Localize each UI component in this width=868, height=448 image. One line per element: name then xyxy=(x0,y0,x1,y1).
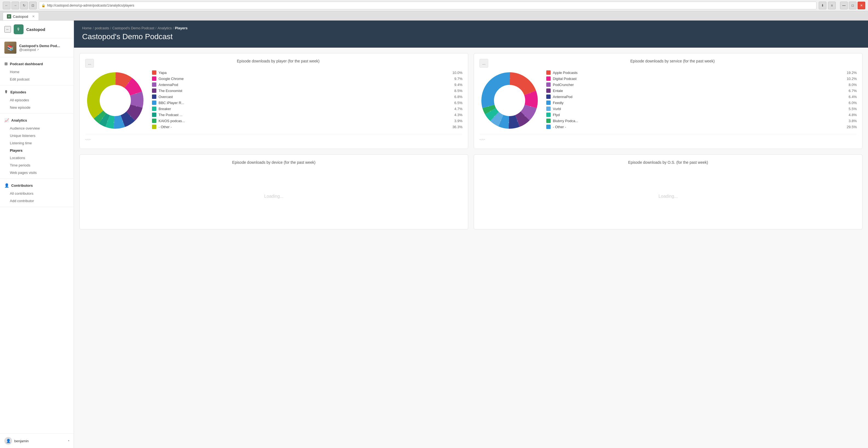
user-info: 👤 benjamin xyxy=(4,437,29,445)
handle-text: @castopod xyxy=(19,48,36,52)
svg-text:🎙: 🎙 xyxy=(8,15,10,18)
back-button[interactable]: ← xyxy=(3,2,10,9)
legend-item: AntennaPod9.4% xyxy=(152,83,463,87)
forward-button[interactable]: → xyxy=(11,2,19,9)
sidebar-header: ← 🎙 Castopod xyxy=(0,21,74,38)
legend-item: Overcast6.8% xyxy=(152,94,463,99)
legend-item: Apple Podcasts19.2% xyxy=(546,70,857,75)
breadcrumb-home[interactable]: Home xyxy=(82,26,92,30)
nav-buttons: ← → ↻ ⊡ xyxy=(3,2,37,9)
browser-chrome: ← → ↻ ⊡ 🔒 http://castopod.demo/cp-admin/… xyxy=(0,0,868,21)
sidebar-item-audience-overview[interactable]: Audience overview xyxy=(0,125,74,132)
podcast-name: Castopod's Demo Pod... xyxy=(19,44,69,48)
address-bar[interactable]: 🔒 http://castopod.demo/cp-admin/podcasts… xyxy=(39,2,816,9)
legend-label-text: Entale xyxy=(553,89,844,93)
sidebar-item-edit-podcast[interactable]: Edit podcast xyxy=(0,76,74,83)
sidebar-item-unique-listeners[interactable]: Unique listeners xyxy=(0,132,74,139)
maximize-button[interactable]: □ xyxy=(849,2,857,9)
user-chevron[interactable]: • xyxy=(68,439,69,443)
episodes-section: 🎙 Episodes All episodes New episode xyxy=(0,85,74,114)
services-chart-footer-icon: 〰 xyxy=(479,137,485,143)
active-tab[interactable]: 🎙 Castopod ✕ xyxy=(3,12,39,20)
sidebar: ← 🎙 Castopod 📚 Castopod's Demo Pod... @c… xyxy=(0,21,74,448)
tab-label: Castopod xyxy=(13,14,28,19)
legend-color-box xyxy=(546,119,551,123)
legend-color-box xyxy=(546,100,551,105)
minimize-button[interactable]: — xyxy=(840,2,848,9)
legend-item: BBC iPlayer R...6.5% xyxy=(152,100,463,105)
legend-item: - Other -29.5% xyxy=(546,125,857,129)
legend-color-box xyxy=(152,88,156,93)
services-legend: Apple Podcasts19.2%Digital Podcast10.2%P… xyxy=(546,70,857,130)
svg-text:🎙: 🎙 xyxy=(17,27,21,31)
legend-item: Google Chrome9.7% xyxy=(152,77,463,81)
menu-button[interactable]: ≡ xyxy=(828,2,836,9)
browser-actions: ⬇ ≡ xyxy=(819,2,836,9)
legend-pct-text: 8.5% xyxy=(452,89,463,93)
external-link-icon[interactable]: ↗ xyxy=(37,48,39,51)
breadcrumb-podcasts[interactable]: podcasts xyxy=(95,26,109,30)
legend-color-box xyxy=(152,119,156,123)
episodes-icon: 🎙 xyxy=(4,90,8,94)
podcast-dashboard-header: ⊞ Podcast dashboard xyxy=(0,59,74,68)
sidebar-item-all-episodes[interactable]: All episodes xyxy=(0,96,74,104)
legend-pct-text: 36.3% xyxy=(452,125,463,129)
legend-label-text: - Other - xyxy=(159,125,450,129)
breadcrumb-analytics[interactable]: Analytics xyxy=(157,26,172,30)
legend-item: The Podcast ...4.3% xyxy=(152,113,463,117)
legend-pct-text: 6.5% xyxy=(452,101,463,105)
sidebar-item-listening-time[interactable]: Listening time xyxy=(0,139,74,147)
legend-label-text: Blubrry Podca... xyxy=(553,119,844,123)
players-chart-content: Yapa10.0%Google Chrome9.7%AntennaPod9.4%… xyxy=(85,70,463,130)
legend-pct-text: 6.4% xyxy=(846,95,857,99)
players-chart-card: ... Episode downloads by player (for the… xyxy=(80,53,468,149)
sidebar-item-add-contributor[interactable]: Add contributor xyxy=(0,197,74,205)
podcast-info: 📚 Castopod's Demo Pod... @castopod ↗ xyxy=(0,38,74,57)
legend-label-text: Apple Podcasts xyxy=(553,71,844,75)
sidebar-back-button[interactable]: ← xyxy=(4,26,11,33)
window-controls: — □ ✕ xyxy=(840,2,865,9)
legend-color-box xyxy=(152,83,156,87)
main-content: Home / podcasts / Castopod's Demo Podcas… xyxy=(74,21,868,448)
breadcrumb: Home / podcasts / Castopod's Demo Podcas… xyxy=(82,26,860,30)
legend-color-box xyxy=(546,107,551,111)
legend-color-box xyxy=(152,107,156,111)
services-chart-menu-button[interactable]: ... xyxy=(479,59,488,68)
players-chart-menu-button[interactable]: ... xyxy=(85,59,94,68)
close-button[interactable]: ✕ xyxy=(858,2,865,9)
contributors-section: 👤 Contributors All contributors Add cont… xyxy=(0,179,74,207)
dashboard-label: Podcast dashboard xyxy=(10,62,43,66)
download-button[interactable]: ⬇ xyxy=(819,2,826,9)
breadcrumb-podcast-name[interactable]: Castopod's Demo Podcast xyxy=(112,26,154,30)
legend-pct-text: 9.7% xyxy=(452,77,463,81)
tab-close-icon[interactable]: ✕ xyxy=(32,14,35,18)
legend-label-text: KAIOS podcas... xyxy=(159,119,450,123)
sidebar-item-time-periods[interactable]: Time periods xyxy=(0,161,74,169)
legend-pct-text: 3.9% xyxy=(452,119,463,123)
tab-bar: 🎙 Castopod ✕ xyxy=(0,11,868,20)
app-container: ← 🎙 Castopod 📚 Castopod's Demo Pod... @c… xyxy=(0,21,868,448)
legend-color-box xyxy=(152,70,156,75)
sidebar-item-web-pages-visits[interactable]: Web pages visits xyxy=(0,169,74,176)
legend-pct-text: 29.5% xyxy=(846,125,857,129)
legend-pct-text: 10.0% xyxy=(452,71,463,75)
contributors-label: Contributors xyxy=(11,183,33,187)
legend-color-box xyxy=(152,125,156,129)
sidebar-item-locations[interactable]: Locations xyxy=(0,154,74,161)
sidebar-footer: 👤 benjamin • xyxy=(0,434,74,448)
legend-label-text: - Other - xyxy=(553,125,844,129)
legend-color-box xyxy=(152,100,156,105)
user-name: benjamin xyxy=(14,439,29,443)
legend-item: Feedly6.0% xyxy=(546,100,857,105)
legend-pct-text: 3.8% xyxy=(846,119,857,123)
bookmark-button[interactable]: ⊡ xyxy=(29,2,37,9)
sidebar-item-home[interactable]: Home xyxy=(0,68,74,76)
reload-button[interactable]: ↻ xyxy=(20,2,28,9)
sidebar-item-players[interactable]: Players xyxy=(0,147,74,154)
sidebar-item-new-episode[interactable]: New episode xyxy=(0,104,74,111)
sidebar-item-all-contributors[interactable]: All contributors xyxy=(0,190,74,197)
legend-item: PodCruncher8.0% xyxy=(546,83,857,87)
legend-pct-text: 6.0% xyxy=(846,101,857,105)
players-legend: Yapa10.0%Google Chrome9.7%AntennaPod9.4%… xyxy=(152,70,463,130)
legend-pct-text: 8.0% xyxy=(846,83,857,87)
